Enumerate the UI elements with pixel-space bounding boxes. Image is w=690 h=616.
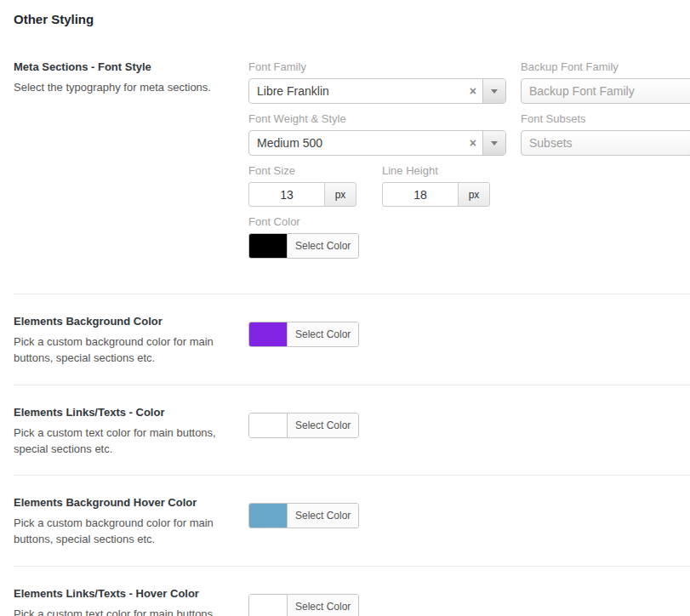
font-color-label: Font Color (248, 215, 690, 228)
font-subsets-label: Font Subsets (521, 112, 690, 125)
clear-selection-icon[interactable]: × (470, 85, 476, 97)
color-button-label: Select Color (287, 322, 358, 346)
backup-font-family-label: Backup Font Family (521, 60, 690, 73)
picker-wrap: Select Color (248, 413, 359, 441)
picker-wrap: Select Color (248, 594, 359, 616)
font-weight-select[interactable]: Medium 500 × (248, 130, 506, 156)
line-height-unit: px (458, 182, 490, 207)
page-title: Other Styling (14, 12, 690, 26)
font-weight-row: Font Weight & Style Medium 500 × Font Su… (248, 112, 690, 156)
elements-links-texts-color-section: Elements Links/Texts - Color Pick a cust… (14, 385, 690, 476)
font-color-swatch (249, 234, 287, 258)
section-title: Elements Background Color (14, 315, 233, 328)
font-family-value: Libre Franklin (249, 79, 470, 103)
font-size-row: Font Size px Line Height px (248, 164, 690, 207)
font-subsets-select[interactable]: Subsets (521, 130, 690, 156)
elements-background-hover-color-section: Elements Background Hover Color Pick a c… (14, 475, 690, 566)
elements-background-hover-color-picker-button[interactable]: Select Color (248, 503, 359, 528)
elements-links-texts-hover-color-picker-button[interactable]: Select Color (248, 594, 359, 616)
section-description: Pick a custom background color for main … (14, 516, 233, 548)
color-button-label: Select Color (287, 504, 358, 528)
font-family-field: Font Family Libre Franklin × (248, 60, 506, 104)
font-weight-value: Medium 500 (249, 131, 470, 155)
elements-background-color-section: Elements Background Color Pick a custom … (14, 294, 690, 385)
dropdown-toggle[interactable] (482, 131, 505, 155)
section-description: Pick a custom text color for main button… (14, 607, 233, 616)
typography-section-info: Meta Sections - Font Style Select the ty… (14, 60, 248, 96)
font-subsets-placeholder: Subsets (522, 131, 690, 155)
chevron-down-icon (491, 141, 498, 145)
font-weight-field: Font Weight & Style Medium 500 × (248, 112, 506, 156)
elements-background-color-picker-button[interactable]: Select Color (248, 322, 359, 347)
color-swatch (249, 322, 287, 346)
typography-section-title: Meta Sections - Font Style (14, 60, 233, 73)
line-height-input[interactable] (382, 182, 459, 207)
picker-wrap: Select Color (248, 322, 359, 350)
section-info: Elements Links/Texts - Color Pick a cust… (14, 406, 248, 458)
color-button-label: Select Color (287, 595, 358, 616)
chevron-down-icon (491, 89, 498, 94)
section-title: Elements Links/Texts - Color (14, 406, 233, 419)
typography-section-description: Select the typography for meta sections. (14, 80, 233, 96)
color-swatch (249, 504, 287, 528)
section-description: Pick a custom background color for main … (14, 334, 233, 367)
clear-selection-icon[interactable]: × (470, 137, 476, 149)
font-color-button-label: Select Color (287, 234, 358, 258)
font-size-label: Font Size (248, 164, 382, 177)
section-title: Elements Links/Texts - Hover Color (14, 587, 233, 600)
elements-links-texts-color-picker-button[interactable]: Select Color (248, 413, 359, 438)
color-button-label: Select Color (287, 414, 358, 437)
font-weight-label: Font Weight & Style (248, 112, 506, 125)
font-color-picker-button[interactable]: Select Color (248, 233, 359, 259)
color-swatch (249, 414, 287, 437)
font-family-label: Font Family (248, 60, 506, 73)
color-swatch (249, 595, 287, 616)
font-subsets-field: Font Subsets Subsets (521, 112, 690, 156)
dropdown-toggle[interactable] (482, 79, 505, 103)
font-size-input[interactable] (248, 182, 325, 207)
font-color-field: Font Color Select Color (248, 215, 690, 261)
settings-page: Other Styling Meta Sections - Font Style… (0, 0, 690, 616)
elements-links-texts-hover-color-section: Elements Links/Texts - Hover Color Pick … (14, 566, 690, 616)
font-family-select[interactable]: Libre Franklin × (248, 78, 506, 104)
section-title: Elements Background Hover Color (14, 496, 233, 509)
picker-wrap: Select Color (248, 503, 359, 531)
section-info: Elements Background Color Pick a custom … (14, 315, 248, 367)
typography-controls: Font Family Libre Franklin × Backup Font… (248, 60, 690, 261)
section-info: Elements Background Hover Color Pick a c… (14, 496, 248, 548)
section-description: Pick a custom text color for main button… (14, 425, 233, 458)
font-size-field: Font Size px (248, 164, 382, 207)
typography-section: Meta Sections - Font Style Select the ty… (14, 60, 690, 294)
line-height-label: Line Height (382, 164, 516, 177)
section-info: Elements Links/Texts - Hover Color Pick … (14, 587, 248, 616)
backup-font-family-field: Backup Font Family Backup Font Family (521, 60, 690, 104)
font-size-unit: px (324, 182, 356, 207)
line-height-field: Line Height px (382, 164, 516, 207)
font-family-row: Font Family Libre Franklin × Backup Font… (248, 60, 690, 104)
backup-font-family-placeholder: Backup Font Family (522, 79, 690, 103)
backup-font-family-select[interactable]: Backup Font Family (521, 78, 690, 104)
